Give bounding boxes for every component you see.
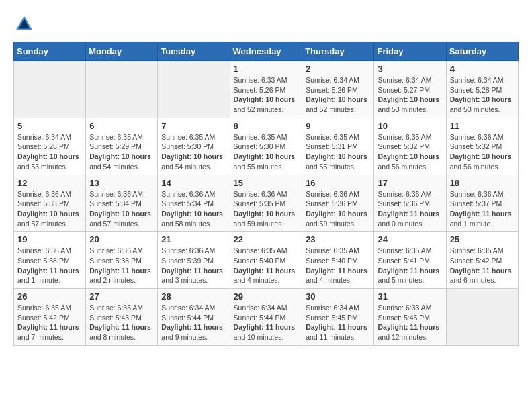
sun-info: Sunset: 5:42 PM (17, 313, 82, 323)
daylight-info: and 10 minutes. (234, 332, 299, 342)
day-number: 2 (306, 64, 370, 74)
sun-info: Sunrise: 6:36 AM (161, 189, 226, 199)
day-info: Sunrise: 6:36 AMSunset: 5:34 PMDaylight:… (161, 189, 226, 229)
day-info: Sunrise: 6:35 AMSunset: 5:42 PMDaylight:… (17, 303, 82, 342)
calendar-cell: 29Sunrise: 6:34 AMSunset: 5:44 PMDayligh… (230, 289, 302, 346)
sun-info: Sunrise: 6:36 AM (450, 189, 515, 199)
sun-info: Sunrise: 6:33 AM (234, 75, 299, 85)
sun-info: Sunrise: 6:36 AM (17, 189, 82, 199)
day-info: Sunrise: 6:36 AMSunset: 5:38 PMDaylight:… (89, 246, 154, 285)
day-number: 13 (89, 178, 154, 188)
sun-info: Sunset: 5:40 PM (234, 256, 299, 266)
sun-info: Sunset: 5:27 PM (378, 85, 442, 95)
day-info: Sunrise: 6:34 AMSunset: 5:26 PMDaylight:… (306, 75, 370, 115)
sun-info: Sunrise: 6:35 AM (234, 132, 299, 142)
day-info: Sunrise: 6:35 AMSunset: 5:29 PMDaylight:… (89, 132, 154, 172)
sun-info: Sunset: 5:42 PM (450, 256, 515, 266)
calendar-cell (14, 61, 86, 118)
sun-info: Daylight: 10 hours (234, 209, 299, 219)
day-info: Sunrise: 6:35 AMSunset: 5:40 PMDaylight:… (234, 246, 299, 285)
sun-info: Sunrise: 6:35 AM (450, 246, 515, 256)
calendar-cell: 10Sunrise: 6:35 AMSunset: 5:32 PMDayligh… (374, 118, 446, 175)
sun-info: Daylight: 11 hours (17, 266, 82, 276)
calendar-cell: 16Sunrise: 6:36 AMSunset: 5:36 PMDayligh… (302, 175, 374, 232)
sun-info: Sunset: 5:36 PM (378, 199, 442, 209)
day-info: Sunrise: 6:35 AMSunset: 5:42 PMDaylight:… (450, 246, 515, 285)
day-info: Sunrise: 6:36 AMSunset: 5:39 PMDaylight:… (161, 246, 226, 285)
sun-info: Sunset: 5:37 PM (450, 199, 515, 209)
calendar-cell: 17Sunrise: 6:36 AMSunset: 5:36 PMDayligh… (374, 175, 446, 232)
sun-info: Sunset: 5:35 PM (234, 199, 299, 209)
header-saturday: Saturday (446, 42, 518, 61)
sun-info: Sunset: 5:31 PM (306, 142, 370, 152)
sun-info: Daylight: 11 hours (89, 322, 154, 332)
sun-info: Daylight: 10 hours (378, 95, 442, 105)
header-sunday: Sunday (14, 42, 86, 61)
calendar-cell: 11Sunrise: 6:36 AMSunset: 5:32 PMDayligh… (446, 118, 518, 175)
sun-info: Daylight: 11 hours (17, 322, 82, 332)
sun-info: Sunrise: 6:36 AM (17, 246, 82, 256)
day-info: Sunrise: 6:35 AMSunset: 5:41 PMDaylight:… (378, 246, 442, 285)
calendar-cell: 18Sunrise: 6:36 AMSunset: 5:37 PMDayligh… (446, 175, 518, 232)
sun-info: Sunrise: 6:35 AM (306, 132, 370, 142)
calendar-cell: 2Sunrise: 6:34 AMSunset: 5:26 PMDaylight… (302, 61, 374, 118)
day-number: 9 (306, 121, 370, 131)
day-number: 28 (161, 291, 226, 302)
calendar-table: SundayMondayTuesdayWednesdayThursdayFrid… (13, 42, 519, 346)
sun-info: Sunrise: 6:36 AM (89, 189, 154, 199)
sun-info: Sunset: 5:45 PM (378, 313, 442, 323)
calendar-week-4: 19Sunrise: 6:36 AMSunset: 5:38 PMDayligh… (14, 232, 519, 289)
sun-info: Sunset: 5:28 PM (17, 142, 82, 152)
day-info: Sunrise: 6:36 AMSunset: 5:38 PMDaylight:… (17, 246, 82, 285)
calendar-cell: 8Sunrise: 6:35 AMSunset: 5:30 PMDaylight… (230, 118, 302, 175)
sun-info: Sunrise: 6:35 AM (161, 132, 226, 142)
day-info: Sunrise: 6:35 AMSunset: 5:32 PMDaylight:… (378, 132, 442, 172)
calendar-cell: 7Sunrise: 6:35 AMSunset: 5:30 PMDaylight… (158, 118, 230, 175)
day-number: 25 (450, 234, 515, 244)
calendar-cell: 22Sunrise: 6:35 AMSunset: 5:40 PMDayligh… (230, 232, 302, 289)
sun-info: Sunset: 5:38 PM (89, 256, 154, 266)
calendar-cell: 5Sunrise: 6:34 AMSunset: 5:28 PMDaylight… (14, 118, 86, 175)
sun-info: Sunset: 5:45 PM (306, 313, 370, 323)
header-wednesday: Wednesday (230, 42, 302, 61)
calendar-header-row: SundayMondayTuesdayWednesdayThursdayFrid… (14, 42, 519, 61)
day-info: Sunrise: 6:35 AMSunset: 5:31 PMDaylight:… (306, 132, 370, 172)
daylight-info: and 56 minutes. (378, 162, 442, 172)
sun-info: Sunrise: 6:36 AM (378, 189, 442, 199)
calendar-cell: 28Sunrise: 6:34 AMSunset: 5:44 PMDayligh… (158, 289, 230, 346)
calendar-cell (158, 61, 230, 118)
calendar-cell: 3Sunrise: 6:34 AMSunset: 5:27 PMDaylight… (374, 61, 446, 118)
sun-info: Daylight: 10 hours (161, 209, 226, 219)
calendar-cell (446, 289, 518, 346)
day-number: 20 (89, 234, 154, 244)
sun-info: Daylight: 11 hours (161, 322, 226, 332)
day-info: Sunrise: 6:34 AMSunset: 5:28 PMDaylight:… (17, 132, 82, 172)
sun-info: Sunset: 5:32 PM (450, 142, 515, 152)
sun-info: Sunrise: 6:35 AM (89, 132, 154, 142)
header-tuesday: Tuesday (158, 42, 230, 61)
sun-info: Sunrise: 6:34 AM (378, 75, 442, 85)
sun-info: Sunset: 5:33 PM (17, 199, 82, 209)
sun-info: Sunrise: 6:35 AM (378, 132, 442, 142)
day-number: 14 (161, 178, 226, 188)
day-number: 21 (161, 234, 226, 244)
sun-info: Daylight: 10 hours (234, 152, 299, 162)
calendar-cell: 20Sunrise: 6:36 AMSunset: 5:38 PMDayligh… (86, 232, 158, 289)
sun-info: Sunset: 5:34 PM (89, 199, 154, 209)
daylight-info: and 4 minutes. (234, 275, 299, 285)
calendar-cell: 24Sunrise: 6:35 AMSunset: 5:41 PMDayligh… (374, 232, 446, 289)
daylight-info: and 5 minutes. (378, 275, 442, 285)
daylight-info: and 56 minutes. (450, 162, 515, 172)
daylight-info: and 6 minutes. (450, 275, 515, 285)
day-info: Sunrise: 6:35 AMSunset: 5:30 PMDaylight:… (161, 132, 226, 172)
daylight-info: and 55 minutes. (234, 162, 299, 172)
day-number: 5 (17, 121, 82, 131)
sun-info: Daylight: 10 hours (378, 152, 442, 162)
day-info: Sunrise: 6:35 AMSunset: 5:40 PMDaylight:… (306, 246, 370, 285)
calendar-cell: 14Sunrise: 6:36 AMSunset: 5:34 PMDayligh… (158, 175, 230, 232)
calendar-cell: 23Sunrise: 6:35 AMSunset: 5:40 PMDayligh… (302, 232, 374, 289)
logo (13, 13, 38, 35)
day-number: 17 (378, 178, 442, 188)
sun-info: Sunset: 5:26 PM (306, 85, 370, 95)
sun-info: Sunrise: 6:35 AM (234, 246, 299, 256)
